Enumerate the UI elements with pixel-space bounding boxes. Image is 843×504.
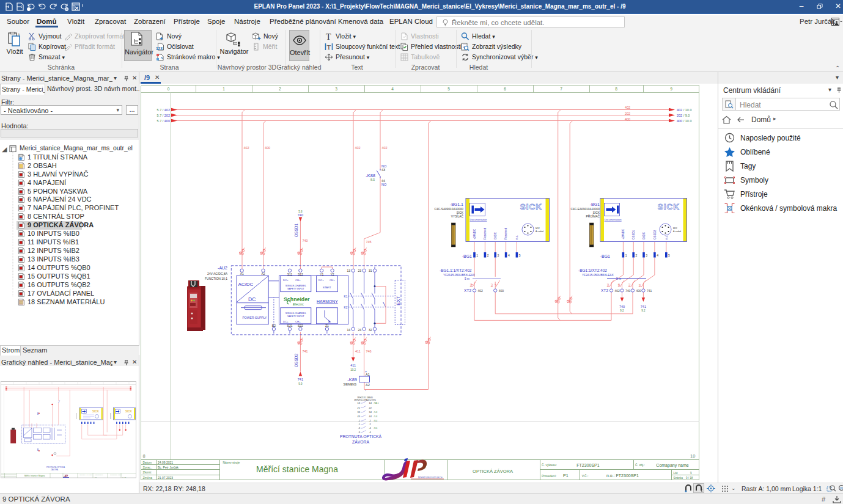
svg-text:HARMONY: HARMONY bbox=[317, 299, 338, 304]
svg-text:-K88: -K88 bbox=[366, 173, 375, 178]
svg-text:740: 740 bbox=[625, 289, 631, 293]
svg-text:0VDC: 0VDC bbox=[494, 232, 497, 239]
svg-text:FUNCTION 10;1: FUNCTION 10;1 bbox=[205, 277, 227, 280]
svg-text:Documentation: Documentation bbox=[605, 218, 622, 221]
svg-text:Datum: Datum bbox=[143, 461, 152, 464]
svg-text:21: 21 bbox=[358, 406, 361, 409]
svg-text:5: 5 bbox=[447, 87, 450, 91]
svg-text:K2: K2 bbox=[344, 305, 347, 309]
svg-text:4: 4 bbox=[508, 254, 510, 257]
svg-text:CH+: CH+ bbox=[329, 279, 335, 282]
svg-text:List: List bbox=[674, 472, 679, 475]
svg-text:BN: BN bbox=[469, 283, 473, 287]
svg-text:2: 2 bbox=[487, 254, 489, 257]
svg-text:741: 741 bbox=[641, 305, 646, 309]
svg-text:PŘIJÍMAČ: PŘIJÍMAČ bbox=[586, 214, 600, 218]
svg-text:A-coded: A-coded bbox=[536, 230, 543, 233]
svg-text:202 / 9.0: 202 / 9.0 bbox=[677, 114, 690, 117]
svg-text:9 / 18: 9 / 18 bbox=[686, 477, 693, 480]
svg-text:5.7 / 402: 5.7 / 402 bbox=[157, 108, 170, 112]
svg-text:100: 100 bbox=[839, 487, 843, 490]
svg-text:23: 23 bbox=[358, 269, 361, 272]
svg-text:Comapany name: Comapany name bbox=[656, 463, 688, 468]
svg-text:5 m: 5 m bbox=[616, 277, 621, 280]
svg-text:-BG1: -BG1 bbox=[462, 254, 472, 258]
svg-text:Z1: Z1 bbox=[325, 324, 329, 327]
svg-text:SICK: SICK bbox=[658, 202, 680, 211]
svg-text:745: 745 bbox=[366, 240, 372, 244]
svg-text:.2: .2 bbox=[369, 423, 372, 426]
svg-text:DC+: DC+ bbox=[318, 279, 324, 282]
svg-text:402: 402 bbox=[625, 106, 630, 109]
svg-text:V.Č.:: V.Č.: bbox=[582, 474, 589, 478]
svg-text:Provedení:: Provedení: bbox=[542, 474, 556, 478]
svg-text:S21: S21 bbox=[287, 324, 293, 327]
svg-text:.3: .3 bbox=[358, 426, 361, 429]
svg-text:Documentation: Documentation bbox=[470, 218, 488, 221]
svg-text:9.2: 9.2 bbox=[641, 309, 646, 312]
svg-text:.4: .4 bbox=[369, 431, 372, 434]
svg-text:5: 5 bbox=[668, 254, 670, 257]
svg-text:14: 14 bbox=[347, 328, 350, 332]
svg-text:5: 5 bbox=[519, 254, 521, 257]
svg-text:-K89: -K89 bbox=[347, 377, 357, 382]
svg-text:ZÁVORA: ZÁVORA bbox=[352, 439, 369, 444]
svg-text:9: 9 bbox=[670, 87, 672, 91]
svg-text:BU: BU bbox=[628, 283, 631, 287]
svg-text:33: 33 bbox=[358, 411, 361, 414]
svg-text:+24VDC: +24VDC bbox=[622, 228, 625, 239]
svg-text:0: 0 bbox=[167, 87, 170, 91]
svg-text:START: START bbox=[323, 286, 331, 289]
svg-text:1: 1 bbox=[223, 87, 225, 91]
svg-text:B2: B2 bbox=[272, 324, 276, 327]
svg-text:402: 402 bbox=[478, 289, 484, 293]
svg-text:OPTICKÁ ZÁVORA: OPTICKÁ ZÁVORA bbox=[473, 469, 513, 474]
svg-text:SICK: SICK bbox=[125, 410, 133, 413]
svg-text:Bc. Petr Jurčák: Bc. Petr Jurčák bbox=[158, 466, 179, 469]
svg-text:3RH2131-1BB40: 3RH2131-1BB40 bbox=[357, 396, 373, 399]
svg-text:402 / 10.0: 402 / 10.0 bbox=[677, 108, 691, 112]
svg-text:BK: BK bbox=[638, 283, 641, 287]
svg-text:/9A.1: /9A.1 bbox=[374, 402, 379, 404]
svg-text:123: 123 bbox=[156, 46, 163, 51]
svg-text:43: 43 bbox=[381, 168, 385, 172]
svg-text:PROTNUTA OPTICKÁ: PROTNUTA OPTICKÁ bbox=[340, 434, 382, 439]
svg-text:400: 400 bbox=[636, 289, 642, 293]
svg-text:OSSD1: OSSD1 bbox=[294, 224, 298, 237]
svg-text:OSSD2: OSSD2 bbox=[653, 230, 657, 239]
svg-text:402: 402 bbox=[244, 146, 249, 150]
svg-text:A2: A2 bbox=[261, 272, 265, 276]
svg-text:8: 8 bbox=[615, 87, 617, 91]
svg-text:AC/DC: AC/DC bbox=[238, 282, 254, 287]
svg-text:746: 746 bbox=[366, 349, 372, 353]
svg-text:400: 400 bbox=[265, 146, 270, 150]
svg-text:BN: BN bbox=[606, 283, 609, 287]
svg-text:OSSD1: OSSD1 bbox=[632, 230, 635, 239]
svg-text:-BG1.1:1/XT2:402: -BG1.1:1/XT2:402 bbox=[440, 268, 472, 272]
svg-text:9 / 18: 9 / 18 bbox=[122, 477, 127, 478]
svg-text:31: 31 bbox=[369, 269, 372, 272]
svg-text:POWER-SUPPLY: POWER-SUPPLY bbox=[243, 316, 268, 320]
svg-text:T: T bbox=[327, 43, 331, 51]
svg-text:VYSÍLAČ: VYSÍLAČ bbox=[451, 214, 464, 218]
svg-text:S22: S22 bbox=[298, 324, 303, 327]
svg-text:5.7 / 400: 5.7 / 400 bbox=[157, 119, 170, 123]
svg-text:+24VDC: +24VDC bbox=[473, 228, 476, 239]
svg-text:M12: M12 bbox=[536, 227, 540, 230]
svg-text:34: 34 bbox=[369, 411, 372, 414]
svg-text:YF2A15-050UB5XLEAX: YF2A15-050UB5XLEAX bbox=[443, 274, 476, 277]
svg-text:.3: .3 bbox=[358, 431, 361, 434]
svg-text:FT2300SP1: FT2300SP1 bbox=[576, 463, 599, 467]
svg-text:44: 44 bbox=[369, 415, 372, 418]
svg-text:10: 10 bbox=[690, 453, 695, 459]
svg-text:n.c.: n.c. bbox=[665, 235, 668, 239]
svg-text:/8.6: /8.6 bbox=[374, 427, 378, 429]
svg-text:C4C-SA09010A10000: C4C-SA09010A10000 bbox=[435, 208, 464, 211]
svg-text:2: 2 bbox=[279, 87, 281, 91]
svg-text:5.7 / 202: 5.7 / 202 bbox=[157, 114, 170, 117]
svg-text:1: 1 bbox=[476, 254, 478, 257]
svg-text:Reserved: Reserved bbox=[504, 227, 507, 239]
svg-text:/5.8: /5.8 bbox=[374, 411, 378, 414]
svg-text:n.c.: n.c. bbox=[515, 235, 518, 239]
svg-text:43: 43 bbox=[358, 415, 361, 418]
